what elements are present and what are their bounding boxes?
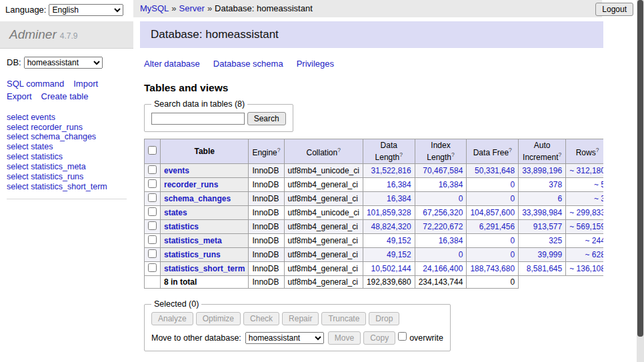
move-button[interactable]: Move [328,331,361,345]
row-checkbox[interactable] [148,221,157,230]
table-name-cell: schema_changes [161,192,249,206]
privileges-link[interactable]: Privileges [297,59,334,69]
move-db-select[interactable]: homeassistant [245,332,324,344]
rows-cell: ~ 628 [566,248,603,262]
scrollbar-thumb[interactable] [637,0,643,337]
index-length-link[interactable]: 67,256,320 [423,208,463,217]
data-free-link[interactable]: 0 [510,236,515,245]
sidebar-export-link[interactable]: Export [7,91,32,101]
sidebar-select-table-link[interactable]: select statistics_meta [7,162,127,172]
select-all-checkbox[interactable] [148,146,157,155]
table-name-link[interactable]: states [164,208,187,217]
auto-increment-link[interactable]: 33,398,984 [522,208,562,217]
search-legend: Search data in tables (8) [151,99,247,109]
data-length-link[interactable]: 16,384 [387,194,411,203]
breadcrumb-mysql-link[interactable]: MySQL [140,3,169,13]
index-length-link[interactable]: 0 [459,194,463,203]
row-checkbox[interactable] [148,235,157,244]
db-select[interactable]: homeassistant [24,57,103,69]
table-name-link[interactable]: recorder_runs [164,180,218,189]
index-length-link[interactable]: 0 [459,250,463,259]
sidebar-create-table-link[interactable]: Create table [41,91,89,101]
analyze-button[interactable]: Analyze [151,312,193,325]
row-checkbox[interactable] [148,249,157,258]
rows-link[interactable]: ~ 628 [585,250,603,259]
auto-increment-cell: 8,581,645 [519,262,566,276]
auto-increment-link[interactable]: 378 [549,180,562,189]
table-row: schema_changesInnoDButf8mb4_general_ci16… [145,192,604,206]
data-length-link[interactable]: 31,522,816 [371,166,411,175]
data-free-link[interactable]: 6,291,456 [479,222,515,231]
total-label-cell: 8 in total [161,276,249,289]
auto-increment-link[interactable]: 325 [549,236,562,245]
drop-button[interactable]: Drop [369,312,399,325]
rows-link[interactable]: ~ 136,108 [569,264,603,273]
table-name-link[interactable]: statistics [164,222,199,231]
index-length-link[interactable]: 72,220,672 [423,222,463,231]
auto-increment-link[interactable]: 6 [558,194,563,203]
database-schema-link[interactable]: Database schema [213,59,283,69]
rows-link[interactable]: ~ 3 [594,194,603,203]
row-checkbox[interactable] [148,179,157,188]
sidebar-select-table-link[interactable]: select schema_changes [7,132,127,142]
sidebar-select-table-link[interactable]: select statistics_short_term [7,182,127,192]
data-length-link[interactable]: 48,824,320 [371,222,411,231]
data-length-link[interactable]: 101,859,328 [367,208,411,217]
data-length-link[interactable]: 10,502,144 [371,264,411,273]
alter-database-link[interactable]: Alter database [144,59,200,69]
auto-increment-link[interactable]: 33,898,196 [522,166,562,175]
sidebar-select-table-link[interactable]: select recorder_runs [7,123,127,133]
rows-link[interactable]: ~ 312,180 [569,166,603,175]
table-name-link[interactable]: events [164,166,189,175]
sidebar-select-table-link[interactable]: select states [7,142,127,152]
index-length-link[interactable]: 16,384 [439,236,463,245]
auto-increment-link[interactable]: 39,999 [537,250,562,259]
row-checkbox[interactable] [148,207,157,216]
table-name-link[interactable]: statistics_meta [164,236,222,245]
copy-button[interactable]: Copy [363,331,395,345]
sidebar-sql-command-link[interactable]: SQL command [7,79,64,89]
truncate-button[interactable]: Truncate [321,312,366,325]
search-input[interactable] [151,113,245,125]
row-checkbox[interactable] [148,193,157,202]
row-checkbox-cell [145,164,161,178]
optimize-button[interactable]: Optimize [196,312,241,325]
rows-link[interactable]: ~ 299,833 [569,208,603,217]
index-length-link[interactable]: 16,384 [439,180,463,189]
sidebar-select-table-link[interactable]: select events [7,113,127,123]
language-select[interactable]: English [49,4,123,16]
row-checkbox[interactable] [148,165,157,174]
breadcrumb-server-link[interactable]: Server [179,3,205,13]
search-button[interactable]: Search [247,112,286,125]
data-free-link[interactable]: 0 [510,250,515,259]
auto-increment-link[interactable]: 8,581,645 [527,264,562,273]
row-checkbox-cell [145,192,161,206]
rows-link[interactable]: ~ 569,159 [569,222,603,231]
data-length-link[interactable]: 49,152 [387,250,411,259]
table-name-link[interactable]: schema_changes [164,194,231,203]
sidebar-import-link[interactable]: Import [73,79,98,89]
sidebar-select-table-link[interactable]: select statistics [7,152,127,162]
data-free-link[interactable]: 0 [510,194,515,203]
app-name[interactable]: Adminer [9,27,57,41]
repair-button[interactable]: Repair [282,312,319,325]
table-name-link[interactable]: statistics_short_term [164,264,245,273]
index-length-link[interactable]: 70,467,584 [423,166,463,175]
auto-increment-link[interactable]: 913,577 [533,222,562,231]
overwrite-checkbox[interactable] [398,332,407,341]
index-length-link[interactable]: 24,166,400 [423,264,463,273]
data-free-link[interactable]: 0 [510,180,515,189]
logout-button[interactable]: Logout [595,3,633,16]
check-button[interactable]: Check [243,312,279,325]
rows-link[interactable]: ~ 244 [585,236,603,245]
data-free-cell: 0 [467,248,519,262]
data-free-link[interactable]: 104,857,600 [470,208,515,217]
sidebar-select-table-link[interactable]: select statistics_runs [7,172,127,182]
data-length-link[interactable]: 16,384 [387,180,411,189]
rows-link[interactable]: ~ 5 [594,180,603,189]
table-name-link[interactable]: statistics_runs [164,250,221,259]
row-checkbox[interactable] [148,263,157,272]
data-length-link[interactable]: 49,152 [387,236,411,245]
data-free-link[interactable]: 50,331,648 [475,166,515,175]
data-free-link[interactable]: 188,743,680 [470,264,515,273]
